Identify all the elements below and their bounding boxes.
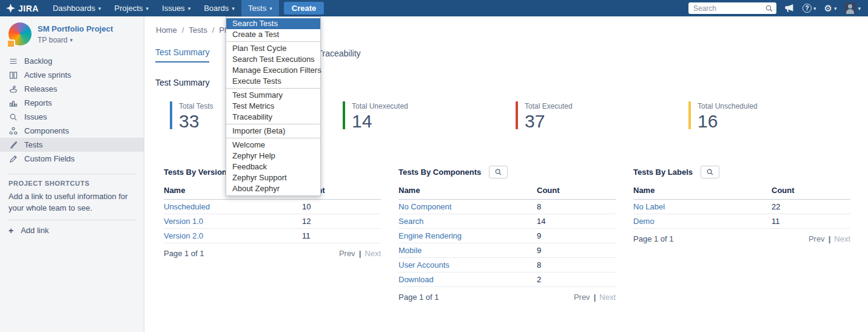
project-type-badge [7,39,15,48]
stat-value: 16 [698,111,758,131]
stat-value: 14 [352,111,408,131]
nav-boards[interactable]: Boards ▾ [197,0,241,16]
row-link[interactable]: No Label [633,202,772,211]
stat-color-bar [688,101,691,129]
search-icon [494,168,502,176]
add-link-button[interactable]: + Add link [8,220,135,235]
menu-item-test-metrics[interactable]: Test Metrics [226,101,320,112]
menu-item-plan-test-cycle[interactable]: Plan Test Cycle [226,43,320,54]
sidebar-item-label: Backlog [24,56,52,66]
row-link[interactable]: Search [399,217,537,226]
prev-button[interactable]: Prev [339,249,355,258]
table-row: No Label 22 [633,200,850,214]
components-icon [8,126,18,136]
table-row: Unscheduled 10 [164,200,381,214]
sidebar-item-components[interactable]: Components [0,124,144,138]
breadcrumb-home[interactable]: Home [156,25,177,35]
column-header-name: Name [399,186,537,195]
menu-item-execute-tests[interactable]: Execute Tests [226,76,320,87]
menu-item-about-zephyr[interactable]: About Zephyr [226,183,320,194]
user-menu[interactable]: ▾ [844,2,861,14]
board-switcher[interactable]: TP board ▾ [38,36,113,44]
menu-item-feedback[interactable]: Feedback [226,161,320,172]
row-link[interactable]: Version 2.0 [164,231,302,240]
row-link[interactable]: Download [399,275,537,284]
row-count: 9 [537,231,616,240]
shortcuts-heading: PROJECT SHORTCUTS [8,180,135,187]
next-button[interactable]: Next [599,293,616,302]
sidebar-item-active-sprints[interactable]: Active sprints [0,68,144,82]
pencil-icon [8,154,18,164]
sidebar-item-custom-fields[interactable]: Custom Fields [0,152,144,166]
table-search-button[interactable] [701,166,719,178]
next-button[interactable]: Next [365,249,381,258]
row-link[interactable]: No Component [399,202,537,211]
table-search-button[interactable] [489,166,508,178]
menu-item-search-test-executions[interactable]: Search Test Executions [226,54,320,65]
search-input[interactable] [688,2,776,14]
sidebar-item-label: Releases [24,84,57,93]
create-button[interactable]: Create [284,2,324,15]
tab-test-summary[interactable]: Test Summary [155,47,209,63]
chevron-down-icon: ▾ [70,37,73,43]
menu-item-zephyr-support[interactable]: Zephyr Support [226,172,320,183]
nav-issues[interactable]: Issues ▾ [155,0,197,16]
project-sidebar: SM Portfolio Project TP board ▾ Backlog … [0,16,144,332]
row-link[interactable]: Unscheduled [164,202,302,211]
menu-item-zephyr-help[interactable]: Zephyr Help [226,151,320,161]
project-name-link[interactable]: SM Portfolio Project [38,24,113,33]
megaphone-icon[interactable] [784,4,795,13]
nav-projects[interactable]: Projects ▾ [108,0,156,16]
menu-item-search-tests[interactable]: Search Tests [226,18,320,29]
chevron-down-icon: ▾ [858,5,861,12]
row-count: 9 [537,246,616,255]
tab-traceability[interactable]: Traceability [317,49,360,63]
row-count: 11 [302,231,381,240]
menu-item-traceability[interactable]: Traceability [226,112,320,123]
page-indicator: Page 1 of 1 [164,249,204,258]
sidebar-item-issues[interactable]: Issues [0,110,144,124]
menu-item-test-summary[interactable]: Test Summary [226,90,320,101]
breadcrumb-tests[interactable]: Tests [189,25,207,35]
row-link[interactable]: User Accounts [399,260,537,269]
stat-value: 37 [525,111,573,131]
pager-separator: | [359,249,362,258]
menu-separator [226,138,320,138]
table-title: Tests By Labels [633,168,693,177]
row-count: 2 [537,275,616,284]
next-button[interactable]: Next [834,234,850,243]
table-row: Search 14 [399,214,616,229]
chevron-down-icon: ▾ [269,5,272,12]
table-row: No Component 8 [399,200,616,214]
stat-value: 33 [179,111,213,131]
stat-color-bar [516,101,518,129]
row-link[interactable]: Demo [633,217,772,226]
chevron-down-icon: ▾ [98,5,101,12]
settings-menu[interactable]: ⚙ ▾ [824,4,836,13]
sidebar-item-tests[interactable]: Tests [0,138,144,152]
table-row: Version 1.0 12 [164,214,381,229]
jira-logo[interactable]: JIRA [6,4,39,13]
sidebar-item-releases[interactable]: Releases [0,82,144,96]
menu-item-create-a-test[interactable]: Create a Test [226,29,320,40]
sidebar-item-reports[interactable]: Reports [0,96,144,110]
search-icon[interactable] [765,4,773,13]
row-link[interactable]: Engine Rendering [399,231,537,240]
table-footer: Page 1 of 1 Prev | Next [399,293,616,302]
tests-by-labels-table: Tests By Labels Name Count No Label 22 D… [633,165,850,302]
sidebar-item-backlog[interactable]: Backlog [0,54,144,68]
menu-item-welcome[interactable]: Welcome [226,140,320,151]
stat-body: Total Unexecuted 14 [352,101,408,131]
project-avatar[interactable] [8,22,32,46]
prev-button[interactable]: Prev [809,234,825,243]
menu-item-importer-beta[interactable]: Importer (Beta) [226,126,320,137]
pager: Prev | Next [574,293,616,302]
nav-tests[interactable]: Tests ▾ [241,0,279,16]
row-link[interactable]: Version 1.0 [164,217,302,226]
nav-dashboards[interactable]: Dashboards ▾ [46,0,108,16]
menu-item-manage-execution-filters[interactable]: Manage Execution Filters [226,65,320,76]
top-nav: JIRA Dashboards ▾ Projects ▾ Issues ▾ Bo… [0,0,868,16]
help-menu[interactable]: ? ▾ [802,4,816,13]
prev-button[interactable]: Prev [574,293,590,302]
row-link[interactable]: Mobile [399,246,537,255]
